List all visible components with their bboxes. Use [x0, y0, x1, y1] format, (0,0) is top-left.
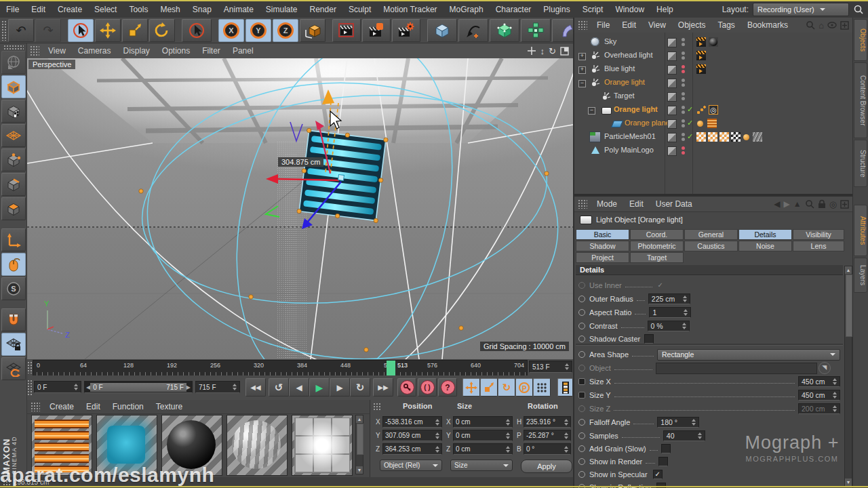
checker-texture-tag-icon[interactable] — [719, 132, 729, 142]
menu-snap[interactable]: Snap — [186, 5, 218, 14]
show-in-render-checkbox[interactable] — [658, 457, 668, 466]
particle-tag-icon[interactable] — [696, 105, 706, 115]
rotate-view-icon[interactable]: ↻ — [549, 46, 556, 56]
tab-visibility[interactable]: Visibility — [793, 229, 844, 240]
layer-chip[interactable] — [667, 146, 677, 156]
am-add-icon[interactable] — [840, 200, 849, 209]
undo-button[interactable]: ↶ — [8, 19, 34, 42]
layer-chip[interactable] — [667, 65, 677, 75]
tab-photometric[interactable]: Photometric — [630, 241, 684, 251]
polygons-mode-button[interactable] — [1, 197, 26, 220]
history-back-icon[interactable]: ◀ — [774, 199, 780, 209]
expand-icon[interactable]: + — [578, 66, 586, 74]
material-menu-edit[interactable]: Edit — [80, 402, 106, 411]
size-y-field[interactable]: 0 cm — [453, 430, 513, 441]
viewport-view-label[interactable]: Perspective — [28, 60, 75, 69]
selection-tool-button[interactable] — [182, 19, 212, 42]
live-selection-button[interactable] — [68, 19, 94, 42]
menu-character[interactable]: Character — [490, 5, 538, 14]
min-frame-field[interactable]: 0 F — [34, 381, 81, 393]
viewport-menu-options[interactable]: Options — [156, 46, 196, 56]
menu-select[interactable]: Select — [88, 5, 123, 14]
key-rotation-toggle[interactable]: ↻ — [498, 378, 515, 396]
frame-range-slider[interactable]: ◀ 0 F 715 F ▶ — [84, 381, 193, 393]
size-x-field[interactable]: 0 cm — [453, 416, 513, 428]
material-menu-create[interactable]: Create — [43, 402, 80, 411]
samples-field[interactable]: 40 — [663, 430, 705, 441]
editor-dot[interactable] — [682, 52, 685, 55]
play-loop-button[interactable]: ↻ — [350, 378, 370, 396]
next-frame-button[interactable]: ▶ — [330, 378, 350, 396]
editor-dot[interactable] — [682, 119, 685, 123]
am-menu-mode[interactable]: Mode — [591, 199, 623, 209]
tab-project[interactable]: Project — [576, 252, 629, 263]
enable-snap-button[interactable] — [1, 308, 26, 331]
tab-basic[interactable]: Basic — [576, 229, 629, 240]
dock-tab-objects[interactable]: Objects — [854, 19, 867, 61]
render-dot[interactable] — [682, 151, 685, 155]
timeline-grip[interactable] — [27, 361, 32, 373]
am-menu-edit[interactable]: Edit — [623, 199, 650, 209]
layer-chip[interactable] — [667, 106, 677, 115]
outer-radius-field[interactable]: 225 cm — [648, 293, 690, 304]
key-parameter-toggle[interactable]: P — [515, 378, 533, 396]
lock-x-axis-button[interactable]: X — [218, 19, 244, 42]
mode-toolbar-grip[interactable] — [3, 45, 24, 49]
menu-window[interactable]: Window — [609, 5, 650, 14]
object-manager-grip[interactable] — [578, 20, 587, 30]
layer-chip[interactable] — [667, 38, 677, 47]
material-grip[interactable] — [31, 402, 40, 411]
layer-chip[interactable] — [667, 92, 677, 102]
menu-animate[interactable]: Animate — [218, 5, 260, 14]
layout-dropdown[interactable]: Recording (User) — [753, 3, 849, 16]
om-eye-icon[interactable] — [827, 22, 837, 28]
editor-dot[interactable] — [682, 146, 685, 150]
dock-tab-content-browser[interactable]: Content Browser — [854, 62, 867, 138]
min-frame-stepper[interactable] — [71, 382, 78, 392]
am-scroll-up-icon[interactable]: ▲ — [845, 266, 852, 274]
timeline-ruler[interactable]: 0 64 128 192 256 320 384 448 512 576 640… — [33, 360, 528, 376]
object-row-orange-light-group[interactable]: − Orange light — [574, 76, 852, 89]
target-tag-icon[interactable]: ◎ — [709, 105, 718, 115]
tab-noise[interactable]: Noise — [738, 241, 792, 251]
am-scroll-down-icon[interactable]: ▼ — [845, 479, 852, 486]
om-menu-edit[interactable]: Edit — [616, 20, 642, 30]
rotation-b-field[interactable]: 0 ° — [524, 443, 571, 455]
key-pla-toggle[interactable] — [533, 378, 551, 396]
menu-mograph[interactable]: MoGraph — [443, 5, 490, 14]
menu-render[interactable]: Render — [304, 5, 342, 14]
zoom-view-icon[interactable]: ↕ — [540, 46, 545, 56]
am-scroll-thumb[interactable] — [846, 274, 852, 337]
coords-grip[interactable] — [373, 403, 382, 411]
area-shape-dropdown[interactable]: Rectangle — [657, 349, 840, 361]
viewport-menu-cameras[interactable]: Cameras — [72, 46, 117, 56]
menu-plugins[interactable]: Plugins — [537, 5, 576, 14]
make-editable-button[interactable] — [1, 51, 26, 74]
object-row-poly-mainlogo[interactable]: Poly MainLogo — [574, 144, 852, 157]
playhead[interactable] — [387, 361, 395, 375]
tab-shadow[interactable]: Shadow — [576, 241, 629, 251]
use-inner-checkbox[interactable] — [656, 281, 665, 290]
size-x-attr-field[interactable]: 450 cm — [798, 376, 840, 387]
menu-sculpt[interactable]: Sculpt — [342, 5, 377, 14]
material-menu-texture[interactable]: Texture — [150, 402, 189, 411]
checker-texture-tag-icon[interactable] — [708, 132, 717, 142]
menu-tools[interactable]: Tools — [123, 5, 154, 14]
viewport-tweak-button[interactable] — [1, 253, 26, 276]
apply-button[interactable]: Apply — [521, 460, 572, 473]
dock-tab-attributes[interactable]: Attributes — [854, 205, 867, 256]
dock-tab-layers[interactable]: Layers — [854, 258, 867, 293]
collapse-icon[interactable]: − — [578, 80, 586, 87]
viewport-menu-view[interactable]: View — [42, 46, 72, 56]
orange-texture-tag-icon[interactable] — [707, 119, 717, 128]
viewport-menu-filter[interactable]: Filter — [196, 46, 226, 56]
editor-dot[interactable] — [682, 133, 685, 136]
track-target-icon[interactable]: ◎ — [829, 199, 837, 209]
autokey-button[interactable]: ( ) — [418, 378, 437, 396]
om-search-icon[interactable] — [806, 20, 815, 30]
history-forward-icon[interactable]: ▶ — [784, 199, 790, 209]
menu-motion-tracker[interactable]: Motion Tracker — [377, 5, 443, 14]
object-row-particlemesh[interactable]: ParticleMesh01 — [574, 130, 852, 144]
object-row-orange-plane[interactable]: Orange plane — [574, 117, 852, 130]
aspect-ratio-field[interactable]: 1 — [649, 307, 691, 318]
